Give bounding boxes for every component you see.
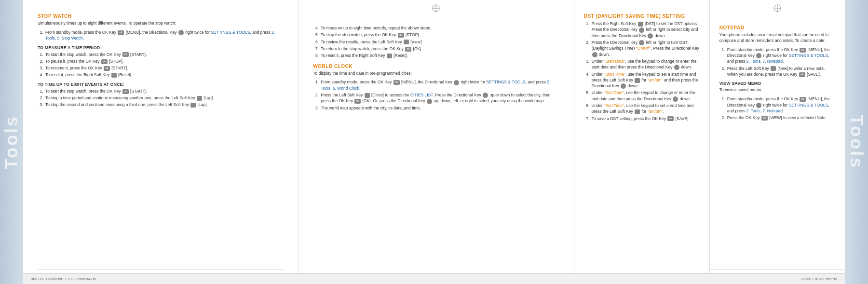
list-item: To stop the second and continue measurin… xyxy=(44,102,284,108)
ok-key-icon xyxy=(800,48,806,53)
list-item: To pause it, press the OK Key [STOP]. xyxy=(44,58,284,64)
ok-key-icon xyxy=(398,33,404,38)
left-label-text: Tools xyxy=(1,115,22,169)
soft-key-icon xyxy=(190,103,196,108)
dir-key-icon xyxy=(427,99,432,104)
page-left: STOP WATCH Simultaneously times up to ei… xyxy=(23,0,298,284)
eight-events-title: TO TIME UP TO EIGHT EVENTS AT ONCE: xyxy=(38,82,284,87)
list-item: Press the Right Soft Key [DST] to set th… xyxy=(591,21,700,39)
measure-steps-list: To start the stop watch, press the OK Ke… xyxy=(38,52,284,78)
main-content: STOP WATCH Simultaneously times up to ei… xyxy=(23,0,845,284)
steps-4-8-list: To measure up to eight time periods, rep… xyxy=(313,25,559,59)
list-item: To return to the stop watch, press the O… xyxy=(320,46,559,52)
dir-key-icon xyxy=(674,65,679,70)
world-clock-section: WORLD CLOCK To display the time and date… xyxy=(313,64,559,111)
list-item: To review the results, press the Left So… xyxy=(320,39,559,45)
list-item: The world map appears with the city, its… xyxy=(320,105,559,111)
list-item: To resume it, press the OK Key [START]. xyxy=(44,65,284,71)
notepad-section: NOTEPAD Your phone includes an internal … xyxy=(719,25,835,77)
soft-key-icon xyxy=(111,73,117,78)
view-saved-section: VIEW SAVED MEMO To view a saved memo: Fr… xyxy=(719,81,835,121)
ok-key-icon xyxy=(122,89,129,94)
list-item: From standby mode, press the OK Key [MEN… xyxy=(44,29,284,41)
right-side-label: Tools xyxy=(845,0,868,284)
right-label-text: Tools xyxy=(846,115,867,169)
ok-key-icon xyxy=(405,47,411,52)
left-side-label: Tools xyxy=(0,0,23,284)
list-item: From standby mode, press the OK Key [MEN… xyxy=(320,79,559,91)
list-item: Press the Directional Key left or right … xyxy=(591,40,700,57)
page-right: DST (DAYLIGHT SAVING TIME) SETTING Press… xyxy=(574,0,845,284)
list-item: Under "Start Date", use the keypad to ch… xyxy=(591,58,700,70)
notepad-title: NOTEPAD xyxy=(719,25,835,30)
notepad-intro: Your phone includes an internal notepad … xyxy=(719,32,835,44)
list-item: To reset it, press the Right Soft Key [R… xyxy=(44,72,284,78)
eight-events-section: TO TIME UP TO EIGHT EVENTS AT ONCE: To s… xyxy=(38,82,284,108)
list-item: From standby mode, press the OK Key [MEN… xyxy=(726,96,835,114)
dir-key-icon xyxy=(756,53,761,58)
list-item: To stop a time period and continue measu… xyxy=(44,95,284,101)
list-item: Press the Left Soft Key [New] to write a… xyxy=(726,66,835,78)
list-item: Under "End Time", use the keypad to set … xyxy=(591,103,700,115)
notepad-column: NOTEPAD Your phone includes an internal … xyxy=(710,0,845,284)
list-item: Press the Left Soft Key [Cities] to acce… xyxy=(320,92,559,104)
stop-watch-section: STOP WATCH Simultaneously times up to ei… xyxy=(38,14,284,41)
dir-key-icon xyxy=(621,83,626,89)
measure-time-section: TO MEASURE A TIME PERIOD To start the st… xyxy=(38,45,284,78)
crosshair-icon xyxy=(432,4,440,13)
stop-watch-title: STOP WATCH xyxy=(38,14,284,19)
soft-key-icon xyxy=(771,66,776,71)
ok-key-icon xyxy=(761,116,768,121)
ok-key-icon xyxy=(393,80,400,85)
list-item: Press the OK Key [VIEW] to view a select… xyxy=(726,115,835,121)
page-middle: To measure up to eight time periods, rep… xyxy=(298,0,574,284)
ok-key-icon xyxy=(104,66,110,71)
list-item: To stop the stop watch, press the OK Key… xyxy=(320,32,559,38)
dst-column: DST (DAYLIGHT SAVING TIME) SETTING Press… xyxy=(574,0,710,284)
soft-key-icon xyxy=(197,96,202,101)
ok-key-icon xyxy=(101,59,108,64)
dir-key-icon xyxy=(483,93,488,98)
dir-key-icon xyxy=(756,103,761,108)
view-saved-steps: From standby mode, press the OK Key [MEN… xyxy=(719,96,835,121)
soft-key-icon xyxy=(635,109,640,114)
crosshair-right-icon xyxy=(773,4,782,14)
bottom-bar: 080716_CDM8950_ECHO.indd 84-85 2008.7.16… xyxy=(23,273,845,284)
list-item: Under "End Date", use the keypad to chan… xyxy=(591,90,700,102)
dir-key-icon xyxy=(639,40,644,45)
view-saved-intro: To view a saved memo: xyxy=(719,87,835,93)
dir-key-icon xyxy=(178,30,184,35)
view-saved-title: VIEW SAVED MEMO xyxy=(719,81,835,86)
list-item: To start the stop watch, press the OK Ke… xyxy=(44,52,284,57)
eight-steps-list: To start the stop watch, press the OK Ke… xyxy=(38,88,284,108)
dst-title: DST (DAYLIGHT SAVING TIME) SETTING xyxy=(584,14,700,19)
list-item: From standby mode, press the OK Key [MEN… xyxy=(726,47,835,65)
dir-key-icon xyxy=(592,52,597,57)
list-item: To start the stop watch, press the OK Ke… xyxy=(44,88,284,94)
bottom-right-text: 2008.7.16 4:1:56 PM xyxy=(801,277,837,281)
soft-key-icon xyxy=(404,40,409,44)
world-clock-steps-list: From standby mode, press the OK Key [MEN… xyxy=(313,79,559,111)
world-clock-title: WORLD CLOCK xyxy=(313,64,559,69)
dir-key-icon xyxy=(639,27,644,33)
dir-key-icon xyxy=(648,33,653,39)
ok-key-icon xyxy=(118,30,124,35)
dst-steps-list: Press the Right Soft Key [DST] to set th… xyxy=(584,21,700,122)
ok-key-icon xyxy=(122,52,129,57)
bottom-left-text: 080716_CDM8950_ECHO.indd 84-85 xyxy=(31,277,96,281)
list-item: Under "Start Time", use the keypad to se… xyxy=(591,71,700,89)
world-clock-intro: To display the time and date in pre-prog… xyxy=(313,71,559,77)
list-item: To measure up to eight time periods, rep… xyxy=(320,25,559,31)
soft-key-icon xyxy=(638,22,643,27)
ok-key-icon xyxy=(354,99,361,104)
page-container: Tools Tools STOP WATCH Simultaneously ti… xyxy=(0,0,868,284)
ok-key-icon xyxy=(799,72,805,77)
stop-watch-intro: Simultaneously times up to eight differe… xyxy=(38,21,284,27)
notepad-create-steps: From standby mode, press the OK Key [MEN… xyxy=(719,47,835,78)
dir-key-icon xyxy=(454,80,459,85)
list-item: To save a DST setting, press the OK Key … xyxy=(591,116,700,122)
soft-key-icon xyxy=(635,78,640,83)
soft-key-icon xyxy=(365,93,370,98)
list-item: To reset it, press the Right Soft Key [R… xyxy=(320,53,559,58)
soft-key-icon xyxy=(387,54,392,58)
